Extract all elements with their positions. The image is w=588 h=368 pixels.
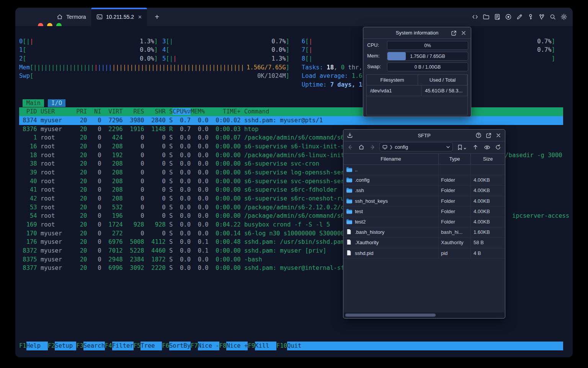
tab-session-active[interactable]: 10.211.55.2 ✕ xyxy=(91,8,147,26)
file-row-config[interactable]: .configFolder4.00KB xyxy=(343,175,505,186)
close-tab-icon[interactable]: ✕ xyxy=(138,14,142,20)
type-column-header[interactable]: Type xyxy=(439,154,471,164)
tab-main[interactable]: Main xyxy=(23,99,44,107)
mem-progressbar: 1.75GB / 7.65GB xyxy=(387,52,468,61)
chevron-down-icon[interactable] xyxy=(446,143,450,150)
fkey-action-help[interactable]: Help xyxy=(26,342,48,350)
mem-meter: Mem[||||||||||||||||||||||||||||||||||||… xyxy=(19,63,289,72)
app-window: Termora 10.211.55.2 ✕ + 0[||1.3%]3[|0.7%… xyxy=(15,8,573,357)
fkey-action-kill[interactable]: Kill xyxy=(255,342,276,350)
cpu0-meter: 0[||1.3%] xyxy=(19,37,158,46)
path-breadcrumb[interactable]: ❯ config xyxy=(379,142,453,151)
log-badge-icon[interactable] xyxy=(494,13,501,20)
file-row-bashhistory[interactable]: .bash_historybash_hi...1.60KB xyxy=(343,227,505,238)
fkey-action-setup[interactable]: Setup xyxy=(55,342,76,350)
fkey-action-search[interactable]: Search xyxy=(83,342,105,350)
htop-tabs-row: Main I/O xyxy=(19,99,563,108)
eye-icon[interactable] xyxy=(483,144,490,151)
file-row-ssh[interactable]: .sshFolder4.00KB xyxy=(343,185,505,196)
terminal-icon xyxy=(96,13,103,20)
folder-icon xyxy=(346,187,353,194)
download-icon[interactable] xyxy=(346,132,353,139)
fkey-action-sortby[interactable]: SortBy xyxy=(169,342,191,350)
mem-label: Mem: xyxy=(367,53,386,59)
new-tab-button[interactable]: + xyxy=(150,8,164,26)
tab-io[interactable]: I/O xyxy=(48,99,66,107)
search-icon[interactable] xyxy=(549,13,556,20)
tasks-summary: Tasks: 18, 0 thr, 0 xyxy=(302,63,373,72)
fkey-action-nice[interactable]: Nice - xyxy=(198,342,219,350)
swp-meter: Swp[0K/1024M] xyxy=(19,72,289,80)
fkey-f10: F10 xyxy=(276,342,287,350)
titlebar: Termora 10.211.55.2 ✕ + xyxy=(15,8,573,26)
file-row-Xauthority[interactable]: .XauthorityXauthority58 B xyxy=(343,237,505,248)
pencil-icon[interactable] xyxy=(516,13,523,20)
file-row-test[interactable]: testFolder4.00KB xyxy=(343,206,505,217)
file-row-sshdpid[interactable]: sshd.pidpid4 B xyxy=(343,248,505,259)
help-icon[interactable] xyxy=(475,132,482,139)
file-type: Xauthority xyxy=(441,237,464,248)
cpu-meters-row: 1[0.0%]4[0.0%]7[|0.7%] xyxy=(19,46,563,54)
filesystem-column-header: Filesystem xyxy=(367,75,418,85)
file-size: 4.00KB xyxy=(474,196,490,206)
fkey-action-tree[interactable]: Tree xyxy=(140,342,162,350)
cpu-meters-row: 2[0.0%]5[||1.3%]8[|] xyxy=(19,54,563,63)
size-column-header[interactable]: Size xyxy=(471,154,505,164)
fkey-f2: F2 xyxy=(48,342,55,350)
file-name: .bash_history xyxy=(355,227,384,237)
file-size: 4.00KB xyxy=(474,185,490,196)
file-type: Folder xyxy=(441,206,455,217)
external-link-icon[interactable] xyxy=(485,132,492,139)
close-icon[interactable] xyxy=(495,132,502,139)
filename-column-header[interactable]: Filename xyxy=(343,154,439,164)
refresh-icon[interactable] xyxy=(495,144,501,151)
cpu3-meter: 3[|0.7%] xyxy=(162,37,289,46)
fkey-f4: F4 xyxy=(105,342,112,350)
tab-session-label: 10.211.55.2 xyxy=(106,14,134,20)
fkey-action-quit[interactable]: Quit xyxy=(287,342,309,350)
file-name: .ssh xyxy=(355,185,364,196)
device-icon xyxy=(382,144,387,150)
file-type: pid xyxy=(441,248,448,258)
fkey-action-filter[interactable]: Filter xyxy=(112,342,134,350)
cpu5-meter: 5[||1.3%] xyxy=(162,54,289,63)
home-icon[interactable] xyxy=(358,144,365,151)
cpu-progressbar: 0% xyxy=(387,41,468,50)
forward-icon[interactable] xyxy=(369,144,376,151)
cpu-meters-row: 0[||1.3%]3[|0.7%]6[|0.7%] xyxy=(19,37,563,46)
fkey-f8: F8 xyxy=(219,342,227,350)
file-name: .config xyxy=(355,175,369,185)
back-icon[interactable] xyxy=(346,144,353,151)
gear-icon[interactable] xyxy=(560,13,567,20)
keychain-icon[interactable] xyxy=(538,13,545,20)
file-row-sshhostkeys[interactable]: ssh_host_keysFolder4.00KB xyxy=(343,196,505,207)
file-type: Folder xyxy=(441,217,455,227)
used-total-column-header: Used / Total xyxy=(418,75,467,85)
filesystem-name: /dev/vda1 xyxy=(367,85,421,96)
external-link-icon[interactable] xyxy=(450,30,457,36)
folder-icon[interactable] xyxy=(483,13,490,20)
fkey-f7: F7 xyxy=(191,342,198,350)
horizontal-scrollbar[interactable] xyxy=(344,312,505,318)
caret-down-icon[interactable] xyxy=(463,145,467,152)
code-icon[interactable] xyxy=(472,13,479,20)
scrollbar-thumb[interactable] xyxy=(345,314,436,317)
file-row-[interactable]: .. xyxy=(343,164,505,175)
bookmark-icon[interactable] xyxy=(456,144,463,151)
file-icon xyxy=(346,250,353,256)
process-row[interactable]: 8374 myuser 20 0 7296 3980 2840 S 0.7 0.… xyxy=(19,116,563,125)
file-type: Folder xyxy=(441,185,455,196)
tab-termora-home[interactable]: Termora xyxy=(52,8,90,26)
folder-icon xyxy=(346,219,353,225)
fkey-action-nice[interactable]: Nice + xyxy=(226,342,248,350)
arrow-up-icon[interactable] xyxy=(472,144,479,151)
process-table-header[interactable]: PID USER PRI NI VIRT RES SHR SCPU%▽MEM% … xyxy=(19,107,563,116)
cpu-label: CPU: xyxy=(367,42,386,48)
file-row-test2[interactable]: test2Folder4.00KB xyxy=(343,217,505,227)
record-icon[interactable] xyxy=(505,13,512,20)
close-icon[interactable] xyxy=(460,30,467,36)
file-size: 58 B xyxy=(474,237,484,248)
filesystem-row[interactable]: /dev/vda1 45.61GB / 58.3... xyxy=(367,85,467,96)
folder-icon xyxy=(346,177,353,183)
key-icon[interactable] xyxy=(527,13,534,20)
